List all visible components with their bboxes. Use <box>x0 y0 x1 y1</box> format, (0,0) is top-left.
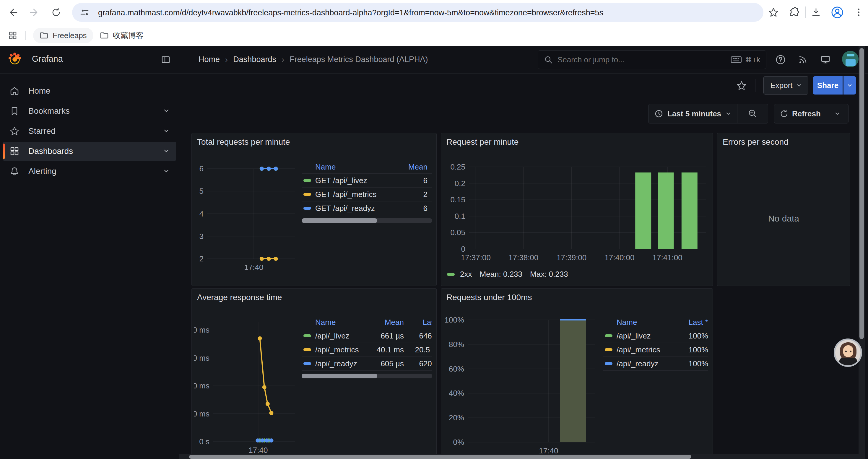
legend-inline[interactable]: 2xx Mean: 0.233 Max: 0.233 <box>447 270 568 279</box>
search-box[interactable]: ⌘+k <box>538 50 766 69</box>
sidebar-item-label: Dashboards <box>28 146 73 156</box>
legend-column-header[interactable]: Name <box>603 318 679 327</box>
legend-row[interactable]: GET /api/_livez6 <box>302 173 432 187</box>
svg-text:17:40:00: 17:40:00 <box>604 253 634 262</box>
sidebar-item-starred[interactable]: Starred <box>3 122 176 140</box>
series-swatch <box>605 348 613 351</box>
legend-row[interactable]: GET /api/_readyz6 <box>302 201 432 215</box>
svg-text:4: 4 <box>199 209 204 218</box>
sidebar-item-label: Starred <box>28 126 56 136</box>
download-icon[interactable] <box>811 7 821 18</box>
legend-scrollbar[interactable] <box>302 374 432 379</box>
panel-title[interactable]: Request per minute <box>446 137 519 147</box>
svg-text:0: 0 <box>461 244 465 254</box>
series-mean: Mean: 0.233 <box>479 270 522 279</box>
chevron-down-icon[interactable] <box>835 112 840 116</box>
legend-row[interactable]: /api/_metrics100% <box>603 342 708 357</box>
sidebar-item-home[interactable]: Home <box>3 81 176 100</box>
export-button[interactable]: Export <box>764 76 808 95</box>
grafana-brand[interactable]: Grafana <box>32 54 63 64</box>
series-swatch <box>303 207 311 210</box>
collapse-sidebar-icon[interactable] <box>161 55 170 64</box>
chevron-down-icon[interactable] <box>726 112 731 116</box>
chevron-down-icon[interactable] <box>164 109 169 113</box>
tune-icon[interactable] <box>79 7 90 18</box>
time-range-label[interactable]: Last 5 minutes <box>668 109 721 119</box>
legend-row[interactable]: /api/_readyz605 µs620 µs <box>302 357 432 371</box>
chevron-down-icon[interactable] <box>164 149 169 153</box>
panel-errors-per-second: Errors per second No data <box>717 133 850 286</box>
apps-grid-icon[interactable] <box>8 31 17 40</box>
bookmark-folder-freeleaps[interactable]: Freeleaps <box>33 28 93 43</box>
legend-column-header[interactable]: Mean <box>368 318 404 327</box>
legend-row[interactable]: /api/_livez100% <box>603 329 708 342</box>
horizontal-scrollbar-thumb[interactable] <box>189 455 691 459</box>
bookmark-star-icon[interactable] <box>768 7 779 18</box>
legend-column-header[interactable]: Name <box>302 162 392 172</box>
svg-text:80 ms: 80 ms <box>194 326 210 334</box>
reload-icon[interactable] <box>51 7 61 18</box>
series-name: /api/_livez <box>617 331 679 340</box>
chevron-down-icon[interactable] <box>164 129 169 133</box>
legend-scrollbar-thumb[interactable] <box>302 374 377 379</box>
chevron-down-icon[interactable] <box>164 169 169 173</box>
clock-icon <box>654 109 663 118</box>
panel-title[interactable]: Errors per second <box>723 137 788 147</box>
star-icon <box>9 126 20 136</box>
profile-icon[interactable] <box>831 6 844 19</box>
grafana-logo-icon[interactable] <box>8 52 22 66</box>
share-menu-button[interactable] <box>843 76 856 95</box>
sidebar-item-dashboards[interactable]: Dashboards <box>3 142 176 161</box>
kiosk-monitor-icon[interactable] <box>820 54 831 65</box>
breadcrumb-current: Freeleaps Metrics Dashboard (ALPHA) <box>289 55 428 64</box>
breadcrumb-home[interactable]: Home <box>198 55 220 64</box>
legend-row[interactable]: /api/_readyz100% <box>603 357 708 371</box>
svg-text:0.15: 0.15 <box>450 195 465 204</box>
legend-column-header[interactable]: Name <box>302 318 368 327</box>
breadcrumb-dashboards[interactable]: Dashboards <box>233 55 276 64</box>
legend-column-header[interactable]: Last * <box>679 318 708 327</box>
panel-title[interactable]: Requests under 100ms <box>446 293 532 302</box>
search-input[interactable] <box>557 55 700 65</box>
series-value: 40.1 ms <box>368 345 404 355</box>
legend-scrollbar-thumb[interactable] <box>302 218 377 223</box>
svg-text:17:40: 17:40 <box>248 446 268 455</box>
svg-text:0.1: 0.1 <box>455 212 465 221</box>
url-bar[interactable] <box>72 3 764 22</box>
panel-requests-under-100ms: Requests under 100ms 100%80%60%40%20%0%1… <box>441 288 713 459</box>
share-button[interactable]: Share <box>813 76 843 95</box>
user-avatar[interactable] <box>842 51 859 67</box>
legend-row[interactable]: /api/_metrics40.1 ms20.5 ms <box>302 342 432 357</box>
panel-total-requests: Total requests per minute 6543217:40 Nam… <box>191 133 437 286</box>
assistant-avatar[interactable] <box>834 338 862 367</box>
rss-icon[interactable] <box>798 54 808 65</box>
panel-title[interactable]: Total requests per minute <box>197 137 290 147</box>
svg-text:60%: 60% <box>449 364 464 373</box>
breadcrumb-separator: › <box>225 55 228 64</box>
legend-column-header[interactable]: Mean <box>392 162 428 172</box>
back-icon[interactable] <box>8 7 18 18</box>
breadcrumb: Home › Dashboards › Freeleaps Metrics Da… <box>198 46 428 73</box>
legend-row[interactable]: /api/_livez661 µs646 µs <box>302 329 432 342</box>
refresh-icon[interactable] <box>780 109 788 118</box>
help-icon[interactable] <box>775 54 786 65</box>
favorite-star-icon[interactable] <box>736 80 747 91</box>
extensions-icon[interactable] <box>788 7 799 18</box>
bookmark-folder-blogs[interactable]: 收藏博客 <box>93 28 150 43</box>
svg-text:0.2: 0.2 <box>455 179 465 188</box>
zoom-out-icon[interactable] <box>748 109 757 119</box>
sidebar-item-alerting[interactable]: Alerting <box>3 162 176 181</box>
subheader-divider <box>755 79 755 92</box>
browser-menu-icon[interactable] <box>853 7 864 18</box>
url-input[interactable] <box>97 3 743 23</box>
vertical-scrollbar-thumb[interactable] <box>860 48 864 339</box>
refresh-label[interactable]: Refresh <box>792 109 821 119</box>
sidebar-item-bookmarks[interactable]: Bookmarks <box>3 102 176 121</box>
legend-scrollbar[interactable] <box>302 218 432 223</box>
sidebar-item-label: Home <box>28 86 51 96</box>
forward-icon[interactable] <box>29 7 39 18</box>
panel-title[interactable]: Average response time <box>197 293 282 302</box>
series-name[interactable]: 2xx <box>460 270 472 279</box>
legend-column-header[interactable]: Last * <box>404 318 432 327</box>
legend-row[interactable]: GET /api/_metrics2 <box>302 187 432 201</box>
